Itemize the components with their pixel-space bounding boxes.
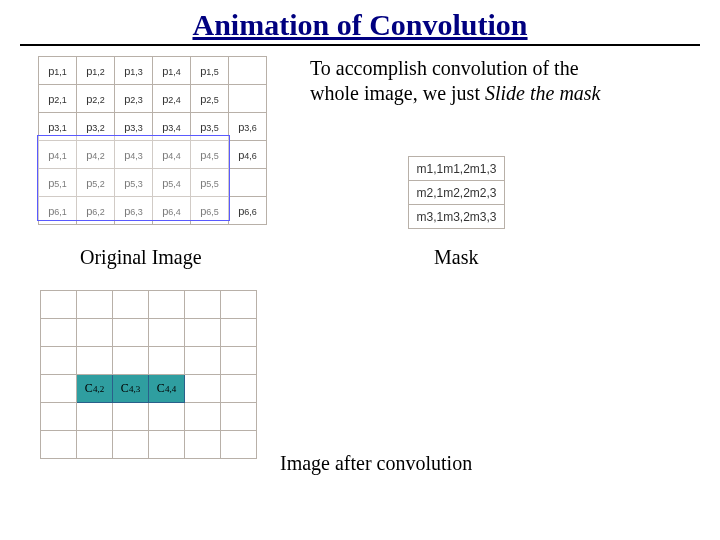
out-cell bbox=[185, 403, 221, 431]
p-cell: p3,3 bbox=[115, 113, 153, 141]
mask-cell: m1,1m1,2m1,3 bbox=[409, 157, 505, 181]
p-cell: p2,5 bbox=[191, 85, 229, 113]
p-cell: p5,1 bbox=[39, 169, 77, 197]
out-cell bbox=[149, 403, 185, 431]
out-cell bbox=[41, 347, 77, 375]
out-cell bbox=[41, 403, 77, 431]
out-cell bbox=[77, 319, 113, 347]
p-cell: p5,4 bbox=[153, 169, 191, 197]
p-cell: p2,1 bbox=[39, 85, 77, 113]
p-cell: p5,3 bbox=[115, 169, 153, 197]
p-cell: p1,5 bbox=[191, 57, 229, 85]
p-cell: p6,5 bbox=[191, 197, 229, 225]
p-cell: p3,5 bbox=[191, 113, 229, 141]
out-cell bbox=[185, 431, 221, 459]
p-cell bbox=[229, 57, 267, 85]
out-cell bbox=[221, 431, 257, 459]
p-cell: p1,3 bbox=[115, 57, 153, 85]
p-cell: p2,2 bbox=[77, 85, 115, 113]
p-cell: p4,2 bbox=[77, 141, 115, 169]
out-cell bbox=[113, 291, 149, 319]
out-cell bbox=[221, 319, 257, 347]
out-cell bbox=[41, 375, 77, 403]
desc-line1: To accomplish convolution of the bbox=[310, 57, 579, 79]
p-cell: p2,4 bbox=[153, 85, 191, 113]
out-cell bbox=[149, 431, 185, 459]
out-cell bbox=[149, 319, 185, 347]
out-cell bbox=[113, 403, 149, 431]
output-grid: C4,2C4,3C4,4 bbox=[40, 290, 257, 459]
p-cell: p4,1 bbox=[39, 141, 77, 169]
p-cell bbox=[229, 85, 267, 113]
mask-label: Mask bbox=[434, 246, 478, 269]
p-cell: p3,2 bbox=[77, 113, 115, 141]
p-cell: p5,5 bbox=[191, 169, 229, 197]
mask-cell: m2,1m2,2m2,3 bbox=[409, 181, 505, 205]
out-cell bbox=[41, 319, 77, 347]
description-text: To accomplish convolution of the whole i… bbox=[310, 56, 710, 106]
out-cell bbox=[221, 375, 257, 403]
p-cell: p4,3 bbox=[115, 141, 153, 169]
desc-line2a: whole image, we just bbox=[310, 82, 485, 104]
page-title: Animation of Convolution bbox=[20, 0, 700, 46]
mask-grid: m1,1m1,2m1,3m2,1m2,2m2,3m3,1m3,2m3,3 bbox=[408, 156, 505, 229]
out-cell bbox=[185, 291, 221, 319]
p-cell: p6,4 bbox=[153, 197, 191, 225]
original-image-grid: p1,1p1,2p1,3p1,4p1,5p2,1p2,2p2,3p2,4p2,5… bbox=[38, 56, 267, 225]
p-cell: p6,1 bbox=[39, 197, 77, 225]
out-cell bbox=[77, 403, 113, 431]
desc-line2b: Slide the mask bbox=[485, 82, 601, 104]
p-cell: p6,6 bbox=[229, 197, 267, 225]
p-cell bbox=[229, 169, 267, 197]
original-image-label: Original Image bbox=[80, 246, 202, 269]
out-cell bbox=[185, 375, 221, 403]
p-cell: p4,4 bbox=[153, 141, 191, 169]
p-cell: p3,6 bbox=[229, 113, 267, 141]
mask-cell: m3,1m3,2m3,3 bbox=[409, 205, 505, 229]
out-cell: C4,4 bbox=[149, 375, 185, 403]
p-cell: p3,4 bbox=[153, 113, 191, 141]
out-cell bbox=[41, 291, 77, 319]
out-cell bbox=[185, 319, 221, 347]
p-cell: p1,2 bbox=[77, 57, 115, 85]
p-cell: p6,3 bbox=[115, 197, 153, 225]
out-cell bbox=[221, 347, 257, 375]
out-cell bbox=[113, 347, 149, 375]
p-cell: p1,4 bbox=[153, 57, 191, 85]
out-cell: C4,2 bbox=[77, 375, 113, 403]
out-cell bbox=[149, 291, 185, 319]
out-cell bbox=[113, 319, 149, 347]
out-cell bbox=[41, 431, 77, 459]
out-cell bbox=[149, 347, 185, 375]
p-cell: p4,6 bbox=[229, 141, 267, 169]
p-cell: p3,1 bbox=[39, 113, 77, 141]
out-cell bbox=[221, 403, 257, 431]
out-cell bbox=[113, 431, 149, 459]
out-cell bbox=[77, 347, 113, 375]
out-cell: C4,3 bbox=[113, 375, 149, 403]
after-convolution-label: Image after convolution bbox=[280, 452, 472, 475]
out-cell bbox=[77, 431, 113, 459]
p-cell: p2,3 bbox=[115, 85, 153, 113]
p-cell: p5,2 bbox=[77, 169, 115, 197]
out-cell bbox=[77, 291, 113, 319]
out-cell bbox=[221, 291, 257, 319]
p-cell: p4,5 bbox=[191, 141, 229, 169]
p-cell: p6,2 bbox=[77, 197, 115, 225]
out-cell bbox=[185, 347, 221, 375]
p-cell: p1,1 bbox=[39, 57, 77, 85]
